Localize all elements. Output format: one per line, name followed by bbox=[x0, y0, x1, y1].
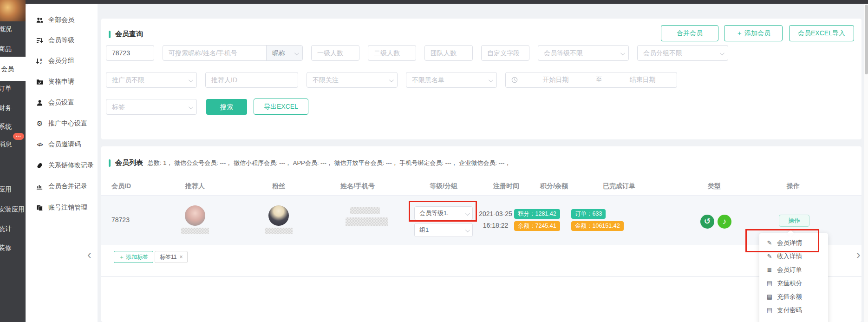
member-group-filter-select[interactable]: 会员分组不限 bbox=[637, 45, 728, 61]
tag-filter-select[interactable]: 标签 bbox=[106, 99, 197, 115]
sidebar-item-member-levels[interactable]: 会员等级 bbox=[36, 36, 74, 45]
chevron-down-icon bbox=[720, 51, 724, 55]
custom-field-input[interactable]: 自定义字段 bbox=[481, 45, 529, 61]
topbar-item[interactable]: ○充值的 bbox=[91, 0, 115, 4]
topbar-item[interactable]: ⚙快递单管理 bbox=[465, 0, 503, 4]
topbar-item-icon: ✚ bbox=[134, 0, 139, 4]
team-count-input[interactable]: 团队人数 bbox=[424, 45, 473, 61]
sidebar-item-invite-code[interactable]: </> 会员邀请码 bbox=[36, 140, 81, 149]
fans-avatar[interactable] bbox=[268, 205, 289, 226]
sidebar-item-label: 会员邀请码 bbox=[48, 140, 81, 149]
section-accent-bar bbox=[109, 159, 111, 167]
vertical-scrollbar[interactable] bbox=[864, 4, 868, 322]
message-count-badge: ••• bbox=[13, 133, 24, 140]
topbar-item[interactable]: ▶招商活动 bbox=[355, 0, 386, 4]
member-stats-summary: 总数: 1， 微信公众号会员: ---， 微信小程序会员: ---， APP会员… bbox=[148, 159, 510, 167]
keyword-search-input[interactable]: 可搜索昵称/姓名/手机号 bbox=[163, 46, 266, 60]
member-level-filter-select[interactable]: 会员等级不限 bbox=[538, 45, 629, 61]
scroll-right-arrow[interactable]: › bbox=[856, 250, 861, 259]
column-header-actions: 操作 bbox=[787, 182, 800, 191]
member-phone-blurred bbox=[346, 217, 388, 226]
sidebar-item-label: 关系链修改记录 bbox=[48, 161, 94, 170]
sidebar-item-qualification[interactable]: 资格申请 bbox=[36, 77, 74, 86]
sidebar-item-system[interactable]: 系统 bbox=[0, 122, 12, 131]
column-header-fans: 粉丝 bbox=[272, 182, 285, 191]
topbar-item[interactable]: ▣微社区 bbox=[172, 0, 198, 4]
sidebar-item-account-cancellation[interactable]: 账号注销管理 bbox=[36, 203, 87, 212]
topbar-item[interactable]: ◆小程序 bbox=[217, 0, 242, 4]
add-tag-button[interactable]: ＋ 添加标签 bbox=[114, 251, 153, 263]
sidebar-item-merge-log[interactable]: 会员合并记录 bbox=[36, 182, 87, 191]
sidebar-item-statistics[interactable]: 统计 bbox=[0, 224, 12, 233]
menu-item-recharge-balance[interactable]: ▤充值余额 bbox=[759, 290, 828, 303]
member-query-panel: 会员查询 合并会员 ＋ 添加会员 会员EXCEL导入 78723 可搜索昵称/姓… bbox=[101, 19, 861, 139]
export-excel-button[interactable]: 导出EXCEL bbox=[254, 99, 308, 115]
topbar-item-icon: ○ bbox=[91, 0, 94, 4]
sidebar-item-finance[interactable]: 财务 bbox=[0, 103, 12, 112]
topbar-item[interactable]: ◉云库存商品 bbox=[35, 0, 72, 4]
sidebar-item-orders[interactable]: 订单 bbox=[0, 84, 12, 93]
merge-members-button[interactable]: 合并会员 bbox=[661, 25, 718, 41]
start-date-field[interactable]: 开始日期 bbox=[522, 76, 590, 84]
sidebar-item-label: 会员设置 bbox=[48, 99, 74, 107]
search-button[interactable]: 搜索 bbox=[206, 99, 247, 115]
scrollbar-thumb[interactable] bbox=[865, 5, 868, 74]
sort-alpha-icon: AZ bbox=[36, 57, 44, 65]
tag-chip[interactable]: 标签11× bbox=[155, 251, 188, 263]
annotation-box-level-select bbox=[409, 201, 477, 222]
topbar-item[interactable]: ✚指商 bbox=[134, 0, 154, 4]
sidebar-item-label: 会员等级 bbox=[48, 36, 74, 45]
blacklist-filter-select[interactable]: 不限黑名单 bbox=[406, 72, 497, 88]
referrer-avatar[interactable] bbox=[185, 205, 205, 226]
promoter-filter-select[interactable]: 推广员不限 bbox=[106, 72, 197, 88]
topbar-item[interactable]: ☰新客发变 bbox=[261, 0, 293, 4]
avatar[interactable] bbox=[0, 0, 26, 21]
sidebar-item-label: 会员合并记录 bbox=[48, 182, 87, 191]
menu-item-payment-password[interactable]: ▤支付密码 bbox=[759, 303, 828, 317]
sidebar-item-apps[interactable]: 应用 bbox=[0, 184, 12, 194]
sort-amount-icon bbox=[36, 37, 44, 44]
member-excel-import-button[interactable]: 会员EXCEL导入 bbox=[789, 25, 854, 41]
sidebar-item-messages[interactable]: 消息 bbox=[0, 139, 12, 149]
referrer-id-input[interactable]: 推荐人ID bbox=[205, 72, 298, 88]
sidebar-item-decoration[interactable]: 装修 bbox=[0, 243, 12, 252]
sidebar-item-members-active[interactable]: 会员 bbox=[0, 57, 26, 81]
column-header-type: 类型 bbox=[708, 182, 721, 191]
topbar-item-icon: ▣ bbox=[172, 0, 177, 4]
sidebar-item-install-apps[interactable]: 安装应用 bbox=[0, 204, 25, 214]
topbar-item[interactable]: ⊞门店+收银台 bbox=[405, 0, 446, 4]
sidebar-item-all-members[interactable]: 全部会员 bbox=[36, 15, 74, 25]
level2-count-input[interactable]: 二级人数 bbox=[368, 45, 416, 61]
query-panel-title: 会员查询 bbox=[115, 30, 143, 39]
level1-count-input[interactable]: 一级人数 bbox=[311, 45, 359, 61]
sidebar-item-relation-log[interactable]: 关系链修改记录 bbox=[36, 161, 94, 170]
add-member-button[interactable]: ＋ 添加会员 bbox=[724, 25, 783, 41]
chevron-down-icon bbox=[620, 51, 625, 55]
sidebar-item-promotion-settings[interactable]: ⚙ 推广中心设置 bbox=[36, 119, 87, 128]
member-group-select[interactable]: 组1 bbox=[414, 223, 473, 237]
sidebar-item-overview[interactable]: 概况 bbox=[0, 24, 12, 33]
topbar-item[interactable]: ✦充值的 bbox=[311, 0, 337, 4]
end-date-field[interactable]: 结束日期 bbox=[608, 76, 677, 84]
menu-item-recharge-points[interactable]: ▤充值积分 bbox=[759, 276, 828, 290]
date-range-picker[interactable]: 开始日期 至 结束日期 bbox=[505, 72, 677, 88]
sidebar-item-goods[interactable]: 商品 bbox=[0, 44, 12, 53]
top-navigation-bar: ◉云库存商品 ○充值的 ✚指商 ▣微社区 ◆小程序 ☰新客发变 ✦充值的 ▶招商… bbox=[26, 0, 868, 4]
column-header-points-balance: 积分/余额 bbox=[540, 182, 568, 191]
keyword-type-select[interactable]: 昵称 bbox=[266, 46, 302, 60]
member-id-input[interactable]: 78723 bbox=[106, 45, 154, 61]
row-actions-button[interactable]: 操作 bbox=[779, 215, 809, 227]
sidebar-item-member-groups[interactable]: AZ 会员分组 bbox=[36, 56, 74, 66]
fans-nickname-blurred bbox=[265, 228, 293, 234]
topbar-item-icon: ⊞ bbox=[405, 0, 410, 4]
chevron-down-icon bbox=[189, 105, 193, 109]
remove-tag-icon[interactable]: × bbox=[179, 254, 183, 260]
file-copy-icon bbox=[36, 204, 44, 211]
sidebar-item-member-settings[interactable]: 会员设置 bbox=[36, 98, 74, 107]
primary-sidebar: 概况 商品 会员 订单 财务 系统 消息 应用 安装应用 统计 装修 bbox=[0, 0, 26, 322]
follow-filter-select[interactable]: 不限关注 bbox=[307, 72, 398, 88]
register-time: 16:18:22 bbox=[475, 222, 516, 229]
scroll-left-arrow[interactable]: ‹ bbox=[87, 250, 91, 259]
menu-item-member-orders[interactable]: ≣会员订单 bbox=[759, 263, 828, 276]
topbar-item[interactable]: ≡视频直播 bbox=[522, 0, 552, 4]
